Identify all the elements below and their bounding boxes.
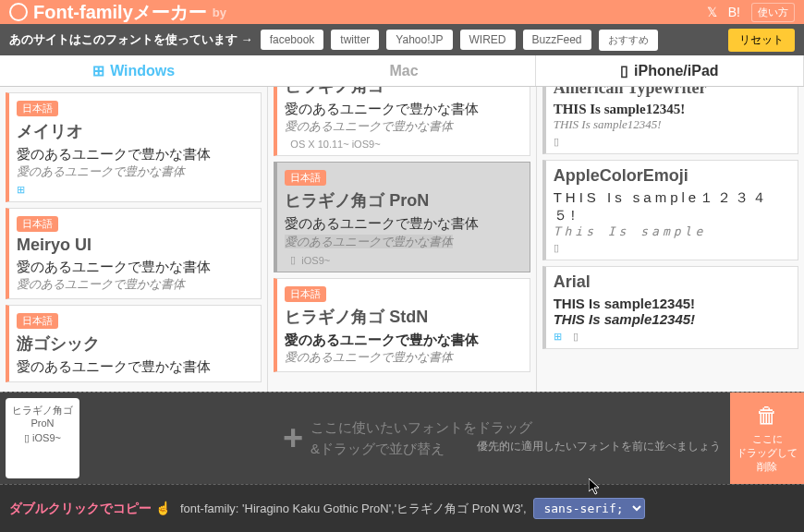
site-osusume[interactable]: おすすめ [599,30,658,51]
font-name: Meiryo UI [17,236,253,255]
font-card[interactable]: 日本語 メイリオ 愛のあるユニークで豊かな書体 愛のあるユニークで豊かな書体 ⊞ [6,92,262,202]
font-card[interactable]: American Typewriter THIS Is sample12345!… [542,87,798,154]
tag-jp: 日本語 [17,216,58,232]
font-card[interactable]: 日本語 Meiryo UI 愛のあるユニークで豊かな書体 愛のあるユニークで豊か… [6,208,262,299]
pencil-icon [9,3,28,21]
tag-jp: 日本語 [285,286,326,302]
font-card[interactable]: Arial THIS Is sample12345! THIS Is sampl… [542,266,798,349]
font-card-selected[interactable]: 日本語 ヒラギノ角ゴ ProN 愛のあるユニークで豊かな書体 愛のあるユニークで… [274,162,530,272]
tab-mac[interactable]: Mac [267,55,534,86]
phone-icon: ▯ [290,254,296,266]
priority-hint: 優先的に適用したいフォントを前に並べましょう [477,439,721,454]
windows-icon: ⊞ [92,62,104,79]
sample-italic: 愛のあるユニークで豊かな書体 [17,276,253,293]
copy-label-text: ダブルクリックでコピー [9,501,152,515]
fallback-select[interactable]: sans-serif; [533,498,645,519]
phone-icon: ▯ [620,62,628,79]
font-name: 游ゴシック [17,332,253,355]
tab-windows[interactable]: ⊞ Windows [0,55,267,86]
usage-button[interactable]: 使い方 [751,3,795,22]
phone-icon: ▯ [554,136,559,148]
site-twitter[interactable]: twitter [331,30,379,50]
sample-bold: 愛のあるユニークで豊かな書体 [17,358,253,376]
drag-delete-zone[interactable]: 🗑 ここに ドラッグして 削除 [730,393,804,484]
font-meta: ▯iOS9~ [285,254,521,266]
sitebar-label: あのサイトはこのフォントを使っています → [9,31,253,48]
sample-italic: 愛のあるユニークで豊かな書体 [285,349,521,366]
tab-mac-label: Mac [389,63,418,79]
sample-bold: 愛のあるユニークで豊かな書体 [17,146,253,163]
font-name: Arial [554,272,790,292]
tag-jp: 日本語 [17,313,58,329]
site-facebook[interactable]: facebook [261,30,324,50]
tag-jp: 日本語 [285,170,326,186]
hatena-icon[interactable]: B! [728,5,740,19]
windows-icon: ⊞ [554,331,562,343]
chip-name: ヒラギノ角ゴ ProN [11,404,74,429]
plus-icon: + [283,418,303,458]
font-card[interactable]: 日本語 ヒラギノ角ゴ StdN 愛のあるユニークで豊かな書体 愛のあるユニークで… [274,278,530,372]
app-title: Font-familyメーカー by [9,0,226,25]
code-bar: ダブルクリックでコピー ☝ font-family: 'Hiragino Kak… [0,484,804,532]
chip-meta: iOS9~ [32,432,61,443]
font-meta: ⊞ [17,184,253,196]
twitter-icon[interactable]: 𝕏 [707,5,717,19]
reset-button[interactable]: リセット [728,29,795,52]
font-name: ヒラギノ角ゴ StdN [285,306,521,328]
font-card[interactable]: ヒラギノ角ゴ 愛のあるユニークで豊かな書体 愛のあるユニークで豊かな書体 OS … [274,87,530,156]
sample-bold: 愛のあるユニークで豊かな書体 [285,101,521,118]
copy-label: ダブルクリックでコピー ☝ [9,501,171,517]
col-mac[interactable]: ヒラギノ角ゴ 愛のあるユニークで豊かな書体 愛のあるユニークで豊かな書体 OS … [268,87,536,392]
os-tabs: ⊞ Windows Mac ▯ iPhone/iPad [0,55,804,87]
sample-bold: THIS Is sample１２３４５! [554,189,790,224]
hand-icon: ☝ [155,501,171,515]
css-output[interactable]: font-family: 'Hiragino Kaku Gothic ProN'… [180,498,795,519]
font-name: ヒラギノ角ゴ ProN [285,189,521,212]
phone-icon: ▯ [24,432,30,443]
title-text: Font-familyメーカー [33,0,207,25]
sample-italic: 愛のあるユニークで豊かな書体 [285,235,453,248]
by-text: by [213,6,226,19]
sample-bold: 愛のあるユニークで豊かな書体 [285,215,521,233]
drag-text-1: ここに使いたいフォントをドラッグ [311,417,532,439]
sample-italic: THIS Is sample12345! [554,117,790,132]
font-meta: ▯ [554,136,790,148]
font-card[interactable]: 日本語 游ゴシック 愛のあるユニークで豊かな書体 [6,305,262,382]
drag-area[interactable]: ヒラギノ角ゴ ProN ▯ iOS9~ + ここに使いたいフォントをドラッグ &… [0,392,804,484]
tab-ios[interactable]: ▯ iPhone/iPad [535,55,804,86]
sample-italic: THIS Is sample12345! [554,311,790,327]
font-meta: ⊞ ▯ [554,331,790,343]
css-text: font-family: 'Hiragino Kaku Gothic ProN'… [180,502,527,515]
font-name: メイリオ [17,120,253,142]
sample-italic: This Is sample [554,224,790,238]
sample-bold: 愛のあるユニークで豊かな書体 [17,259,253,276]
font-meta: ▯ [554,242,790,254]
site-buzzfeed[interactable]: BuzzFeed [523,30,591,50]
selected-font-chip[interactable]: ヒラギノ角ゴ ProN ▯ iOS9~ [6,398,79,478]
phone-icon: ▯ [573,331,579,343]
trash-icon: 🗑 [756,403,778,429]
site-yahoojp[interactable]: Yahoo!JP [386,30,452,50]
sample-bold: 愛のあるユニークで豊かな書体 [285,332,521,349]
sample-italic: 愛のあるユニークで豊かな書体 [285,118,521,135]
font-meta: OS X 10.11~ iOS9~ [285,139,521,150]
phone-icon: ▯ [554,242,559,254]
sample-bold: THIS Is sample12345! [554,296,790,311]
font-card[interactable]: AppleColorEmoji THIS Is sample１２３４５! Thi… [542,160,798,260]
meta-text: iOS9~ [301,255,330,266]
tag-jp: 日本語 [17,101,58,116]
sample-bold: THIS Is sample12345! [554,102,790,117]
tab-ios-label: iPhone/iPad [634,63,719,79]
header-right: 𝕏 B! 使い方 [707,3,795,22]
sitebar: あのサイトはこのフォントを使っています → facebook twitter Y… [0,24,804,55]
font-name: American Typewriter [554,87,790,98]
tab-windows-label: Windows [110,63,175,79]
col-windows[interactable]: 日本語 メイリオ 愛のあるユニークで豊かな書体 愛のあるユニークで豊かな書体 ⊞… [0,87,268,392]
site-wired[interactable]: WIRED [460,30,516,50]
header: Font-familyメーカー by 𝕏 B! 使い方 [0,0,804,24]
font-columns: 日本語 メイリオ 愛のあるユニークで豊かな書体 愛のあるユニークで豊かな書体 ⊞… [0,87,804,392]
delete-text: ここに ドラッグして 削除 [737,432,798,474]
col-ios[interactable]: American Typewriter THIS Is sample12345!… [537,87,804,392]
font-name: AppleColorEmoji [554,166,790,186]
meta-text: OS X 10.11~ iOS9~ [290,139,380,150]
